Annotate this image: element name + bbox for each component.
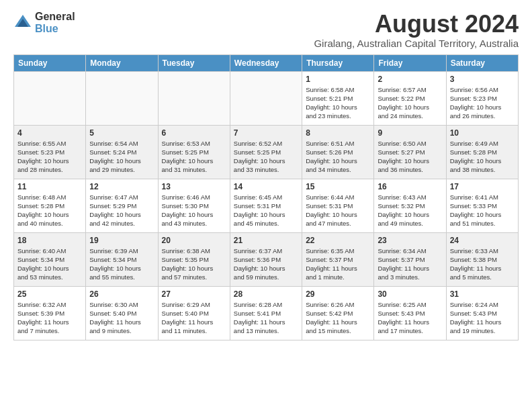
day-number: 10: [450, 128, 515, 138]
day-number: 20: [162, 236, 226, 245]
day-number: 13: [162, 182, 226, 191]
calendar-cell: 28Sunrise: 6:28 AM Sunset: 5:41 PM Dayli…: [230, 286, 302, 340]
day-number: 26: [89, 289, 154, 299]
day-number: 12: [89, 182, 154, 191]
col-saturday: Saturday: [446, 54, 518, 71]
day-info: Sunrise: 6:58 AM Sunset: 5:21 PM Dayligh…: [306, 85, 370, 121]
day-info: Sunrise: 6:33 AM Sunset: 5:38 PM Dayligh…: [450, 246, 515, 282]
day-number: 24: [450, 236, 515, 245]
calendar-cell: 14Sunrise: 6:45 AM Sunset: 5:31 PM Dayli…: [230, 179, 302, 232]
day-info: Sunrise: 6:56 AM Sunset: 5:23 PM Dayligh…: [450, 85, 515, 121]
calendar-cell: 4Sunrise: 6:55 AM Sunset: 5:23 PM Daylig…: [14, 125, 86, 179]
col-thursday: Thursday: [302, 54, 374, 71]
day-info: Sunrise: 6:37 AM Sunset: 5:36 PM Dayligh…: [234, 246, 298, 282]
day-number: 27: [162, 289, 226, 299]
calendar-week-3: 11Sunrise: 6:48 AM Sunset: 5:28 PM Dayli…: [14, 179, 519, 232]
day-info: Sunrise: 6:29 AM Sunset: 5:40 PM Dayligh…: [162, 300, 226, 336]
day-info: Sunrise: 6:46 AM Sunset: 5:30 PM Dayligh…: [162, 193, 226, 228]
day-info: Sunrise: 6:34 AM Sunset: 5:37 PM Dayligh…: [378, 246, 442, 282]
col-wednesday: Wednesday: [230, 54, 302, 71]
calendar-cell: 3Sunrise: 6:56 AM Sunset: 5:23 PM Daylig…: [446, 71, 518, 125]
calendar-cell: 24Sunrise: 6:33 AM Sunset: 5:38 PM Dayli…: [446, 232, 518, 286]
calendar-cell: 16Sunrise: 6:43 AM Sunset: 5:32 PM Dayli…: [374, 179, 446, 232]
calendar-table: Sunday Monday Tuesday Wednesday Thursday…: [13, 54, 519, 340]
calendar-cell: 1Sunrise: 6:58 AM Sunset: 5:21 PM Daylig…: [302, 71, 374, 125]
day-number: 9: [378, 128, 442, 138]
day-info: Sunrise: 6:43 AM Sunset: 5:32 PM Dayligh…: [378, 193, 442, 228]
calendar-cell: 27Sunrise: 6:29 AM Sunset: 5:40 PM Dayli…: [158, 286, 230, 340]
day-info: Sunrise: 6:49 AM Sunset: 5:28 PM Dayligh…: [450, 139, 515, 175]
day-number: 15: [306, 182, 370, 191]
day-info: Sunrise: 6:45 AM Sunset: 5:31 PM Dayligh…: [234, 193, 298, 228]
logo-text: General Blue: [35, 11, 75, 34]
day-info: Sunrise: 6:50 AM Sunset: 5:27 PM Dayligh…: [378, 139, 442, 175]
calendar-cell: 11Sunrise: 6:48 AM Sunset: 5:28 PM Dayli…: [14, 179, 86, 232]
calendar-subtitle: Giralang, Australian Capital Territory, …: [314, 38, 519, 49]
calendar-title: August 2024: [314, 11, 519, 38]
day-info: Sunrise: 6:55 AM Sunset: 5:23 PM Dayligh…: [17, 139, 82, 175]
calendar-cell: 22Sunrise: 6:35 AM Sunset: 5:37 PM Dayli…: [302, 232, 374, 286]
header-row: Sunday Monday Tuesday Wednesday Thursday…: [14, 54, 519, 71]
calendar-week-4: 18Sunrise: 6:40 AM Sunset: 5:34 PM Dayli…: [14, 232, 519, 286]
calendar-cell: [230, 71, 302, 125]
day-number: 8: [306, 128, 370, 138]
day-number: 11: [17, 182, 82, 191]
day-info: Sunrise: 6:57 AM Sunset: 5:22 PM Dayligh…: [378, 85, 442, 121]
col-friday: Friday: [374, 54, 446, 71]
calendar-cell: 26Sunrise: 6:30 AM Sunset: 5:40 PM Dayli…: [86, 286, 158, 340]
col-tuesday: Tuesday: [158, 54, 230, 71]
day-info: Sunrise: 6:41 AM Sunset: 5:33 PM Dayligh…: [450, 193, 515, 228]
calendar-cell: [86, 71, 158, 125]
calendar-week-2: 4Sunrise: 6:55 AM Sunset: 5:23 PM Daylig…: [14, 125, 519, 179]
day-number: 1: [306, 75, 370, 84]
calendar-cell: 23Sunrise: 6:34 AM Sunset: 5:37 PM Dayli…: [374, 232, 446, 286]
day-info: Sunrise: 6:53 AM Sunset: 5:25 PM Dayligh…: [162, 139, 226, 175]
calendar-cell: 18Sunrise: 6:40 AM Sunset: 5:34 PM Dayli…: [14, 232, 86, 286]
calendar-cell: 25Sunrise: 6:32 AM Sunset: 5:39 PM Dayli…: [14, 286, 86, 340]
day-number: 6: [162, 128, 226, 138]
day-number: 2: [378, 75, 442, 84]
calendar-cell: 20Sunrise: 6:38 AM Sunset: 5:35 PM Dayli…: [158, 232, 230, 286]
day-info: Sunrise: 6:54 AM Sunset: 5:24 PM Dayligh…: [89, 139, 154, 175]
calendar-cell: 5Sunrise: 6:54 AM Sunset: 5:24 PM Daylig…: [86, 125, 158, 179]
day-number: 28: [234, 289, 298, 299]
day-number: 5: [89, 128, 154, 138]
calendar-week-1: 1Sunrise: 6:58 AM Sunset: 5:21 PM Daylig…: [14, 71, 519, 125]
day-number: 14: [234, 182, 298, 191]
title-area: August 2024 Giralang, Australian Capital…: [314, 11, 519, 49]
day-number: 22: [306, 236, 370, 245]
calendar-cell: [158, 71, 230, 125]
day-number: 17: [450, 182, 515, 191]
day-info: Sunrise: 6:35 AM Sunset: 5:37 PM Dayligh…: [306, 246, 370, 282]
day-number: 23: [378, 236, 442, 245]
day-number: 31: [450, 289, 515, 299]
day-info: Sunrise: 6:28 AM Sunset: 5:41 PM Dayligh…: [234, 300, 298, 336]
calendar-cell: 21Sunrise: 6:37 AM Sunset: 5:36 PM Dayli…: [230, 232, 302, 286]
calendar-week-5: 25Sunrise: 6:32 AM Sunset: 5:39 PM Dayli…: [14, 286, 519, 340]
calendar-cell: 13Sunrise: 6:46 AM Sunset: 5:30 PM Dayli…: [158, 179, 230, 232]
day-info: Sunrise: 6:30 AM Sunset: 5:40 PM Dayligh…: [89, 300, 154, 336]
day-info: Sunrise: 6:40 AM Sunset: 5:34 PM Dayligh…: [17, 246, 82, 282]
logo-blue: Blue: [35, 23, 75, 35]
calendar-cell: 29Sunrise: 6:26 AM Sunset: 5:42 PM Dayli…: [302, 286, 374, 340]
calendar-cell: 2Sunrise: 6:57 AM Sunset: 5:22 PM Daylig…: [374, 71, 446, 125]
calendar-cell: 17Sunrise: 6:41 AM Sunset: 5:33 PM Dayli…: [446, 179, 518, 232]
day-info: Sunrise: 6:32 AM Sunset: 5:39 PM Dayligh…: [17, 300, 82, 336]
calendar-cell: 12Sunrise: 6:47 AM Sunset: 5:29 PM Dayli…: [86, 179, 158, 232]
day-info: Sunrise: 6:25 AM Sunset: 5:43 PM Dayligh…: [378, 300, 442, 336]
calendar-cell: 10Sunrise: 6:49 AM Sunset: 5:28 PM Dayli…: [446, 125, 518, 179]
day-number: 21: [234, 236, 298, 245]
calendar-cell: 6Sunrise: 6:53 AM Sunset: 5:25 PM Daylig…: [158, 125, 230, 179]
calendar-cell: 8Sunrise: 6:51 AM Sunset: 5:26 PM Daylig…: [302, 125, 374, 179]
calendar-cell: 31Sunrise: 6:24 AM Sunset: 5:43 PM Dayli…: [446, 286, 518, 340]
day-info: Sunrise: 6:39 AM Sunset: 5:34 PM Dayligh…: [89, 246, 154, 282]
day-info: Sunrise: 6:24 AM Sunset: 5:43 PM Dayligh…: [450, 300, 515, 336]
day-number: 3: [450, 75, 515, 84]
day-info: Sunrise: 6:47 AM Sunset: 5:29 PM Dayligh…: [89, 193, 154, 228]
calendar-cell: 7Sunrise: 6:52 AM Sunset: 5:25 PM Daylig…: [230, 125, 302, 179]
day-info: Sunrise: 6:51 AM Sunset: 5:26 PM Dayligh…: [306, 139, 370, 175]
calendar-cell: 30Sunrise: 6:25 AM Sunset: 5:43 PM Dayli…: [374, 286, 446, 340]
logo-general: General: [35, 11, 75, 23]
col-monday: Monday: [86, 54, 158, 71]
day-info: Sunrise: 6:26 AM Sunset: 5:42 PM Dayligh…: [306, 300, 370, 336]
